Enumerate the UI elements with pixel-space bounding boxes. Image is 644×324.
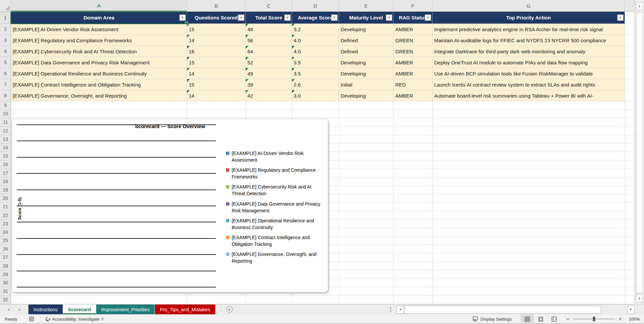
column-header-g[interactable]: G	[432, 0, 625, 11]
filter-button-g[interactable]: ▼	[617, 14, 624, 21]
cell-e15[interactable]	[339, 152, 394, 160]
cell-f5[interactable]: AMBER	[394, 57, 432, 68]
cell-g6[interactable]: Use AI-driven BCP simulation tools like …	[432, 68, 625, 79]
cell-g24[interactable]	[432, 228, 625, 236]
row-header-18[interactable]: 18	[0, 177, 11, 186]
cell-f27[interactable]	[394, 253, 432, 262]
cell-g19[interactable]	[432, 186, 625, 194]
row-header-10[interactable]: 10	[0, 110, 11, 118]
cell-h28[interactable]	[625, 262, 635, 270]
cell-d10[interactable]	[292, 110, 339, 118]
cell-b5[interactable]: 15	[187, 57, 246, 68]
zoom-out-button[interactable]: −	[566, 316, 570, 323]
cell-h10[interactable]	[625, 110, 635, 118]
cell-e31[interactable]	[339, 287, 394, 295]
cell-g8[interactable]: Automate board-level risk summaries usin…	[432, 90, 625, 101]
column-header-d[interactable]: D	[292, 0, 339, 11]
row-header-23[interactable]: 23	[0, 220, 11, 228]
row-header-17[interactable]: 17	[0, 169, 11, 177]
cell-a32[interactable]	[11, 295, 187, 304]
cell-g11[interactable]	[432, 118, 625, 126]
cell-g26[interactable]	[432, 245, 625, 253]
cell-c1[interactable]: Total Score▼	[246, 12, 292, 24]
zoom-slider-handle[interactable]	[593, 317, 595, 321]
cell-d8[interactable]: 3.0	[292, 90, 339, 101]
row-header-27[interactable]: 27	[0, 253, 11, 262]
cell-h3[interactable]	[625, 35, 635, 46]
cell-h22[interactable]	[625, 211, 635, 219]
cell-g5[interactable]: Deploy OneTrust AI module to automate PI…	[432, 57, 625, 68]
cell-e8[interactable]: Developing	[339, 90, 394, 101]
cell-e3[interactable]: Defined	[339, 35, 394, 46]
select-all-corner[interactable]	[0, 0, 11, 11]
cell-g9[interactable]	[432, 101, 625, 110]
cell-e29[interactable]	[339, 270, 394, 279]
cell-f8[interactable]: AMBER	[394, 90, 432, 101]
cell-g15[interactable]	[432, 152, 625, 160]
cell-f20[interactable]	[394, 194, 432, 203]
cell-h21[interactable]	[625, 203, 635, 211]
sheet-tab-scorecard[interactable]: Scorecard	[63, 305, 96, 314]
cell-g20[interactable]	[432, 194, 625, 203]
accessibility-status-button[interactable]: Accessibility: Investigate ⇵	[45, 316, 104, 322]
cell-b1[interactable]: Questions Scored▼	[187, 12, 246, 24]
cell-a4[interactable]: [EXAMPLE] Cybersecurity Risk and AI Thre…	[11, 46, 187, 57]
scrollbar-resize-handle[interactable]	[390, 307, 391, 312]
cell-h2[interactable]	[625, 24, 635, 35]
view-page-break-button[interactable]	[547, 314, 561, 324]
new-sheet-button[interactable]: +	[226, 306, 233, 313]
v-scrollbar[interactable]: ▲ ▼	[635, 0, 644, 304]
cell-a3[interactable]: [EXAMPLE] Regulatory and Compliance Fram…	[11, 35, 187, 46]
filter-button-b[interactable]: ▼	[238, 14, 244, 21]
cell-d5[interactable]: 3.5	[292, 57, 339, 68]
cell-g10[interactable]	[432, 110, 625, 118]
cell-b32[interactable]	[187, 295, 246, 304]
row-header-22[interactable]: 22	[0, 211, 11, 219]
view-normal-button[interactable]	[521, 314, 534, 324]
row-header-3[interactable]: 3	[0, 35, 11, 46]
cell-e2[interactable]: Developing	[339, 24, 394, 35]
column-header-b[interactable]: B	[187, 0, 246, 11]
cell-c10[interactable]	[246, 110, 292, 118]
cell-e21[interactable]	[339, 203, 394, 211]
cell-e25[interactable]	[339, 236, 394, 245]
cell-c8[interactable]: 42	[246, 90, 292, 101]
cell-h19[interactable]	[625, 186, 635, 194]
cell-e16[interactable]	[339, 160, 394, 169]
cell-f24[interactable]	[394, 228, 432, 236]
zoom-slider[interactable]	[573, 319, 615, 319]
h-scroll-thumb[interactable]	[404, 306, 601, 314]
cell-h25[interactable]	[625, 236, 635, 245]
cell-f19[interactable]	[394, 186, 432, 194]
cell-b9[interactable]	[187, 101, 246, 110]
h-scrollbar[interactable]: ◄ ►	[390, 305, 635, 314]
filter-button-a[interactable]: ▼	[179, 14, 186, 21]
cell-h9[interactable]	[625, 101, 635, 110]
row-header-8[interactable]: 8	[0, 90, 11, 101]
cell-h29[interactable]	[625, 270, 635, 279]
row-header-31[interactable]: 31	[0, 287, 11, 295]
cell-h4[interactable]	[625, 46, 635, 57]
h-scroll-track[interactable]	[404, 306, 627, 314]
cell-h20[interactable]	[625, 194, 635, 203]
column-header-partial[interactable]	[625, 0, 635, 11]
cell-b10[interactable]	[187, 110, 246, 118]
cell-b8[interactable]: 14	[187, 90, 246, 101]
cell-g13[interactable]	[432, 135, 625, 144]
cell-a7[interactable]: [EXAMPLE] Contract Intelligence and Obli…	[11, 79, 187, 90]
cell-h11[interactable]	[625, 118, 635, 126]
cell-d6[interactable]: 3.5	[292, 68, 339, 79]
row-header-7[interactable]: 7	[0, 79, 11, 90]
row-header-13[interactable]: 13	[0, 135, 11, 144]
cell-e24[interactable]	[339, 228, 394, 236]
cell-f11[interactable]	[394, 118, 432, 126]
cell-f16[interactable]	[394, 160, 432, 169]
cell-h15[interactable]	[625, 152, 635, 160]
cell-f6[interactable]: AMBER	[394, 68, 432, 79]
cell-a6[interactable]: [EXAMPLE] Operational Resilience and Bus…	[11, 68, 187, 79]
v-scroll-down-icon[interactable]: ▼	[636, 294, 643, 303]
row-header-2[interactable]: 2	[0, 24, 11, 35]
cell-e11[interactable]	[339, 118, 394, 126]
v-scroll-thumb[interactable]	[636, 12, 643, 293]
cell-c32[interactable]	[246, 295, 292, 304]
